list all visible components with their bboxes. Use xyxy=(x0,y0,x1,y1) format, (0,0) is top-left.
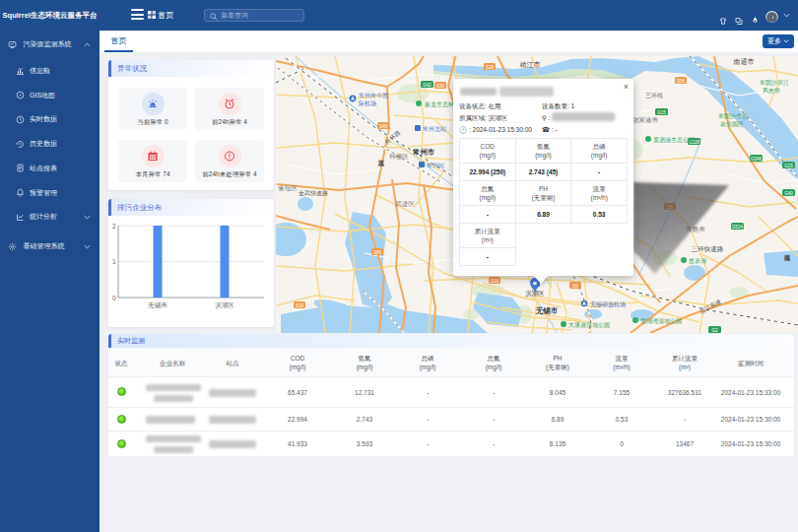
svg-text:黄泗浦生态公园: 黄泗浦生态公园 xyxy=(653,136,695,144)
svg-text:G15: G15 xyxy=(784,164,793,168)
svg-text:贡湖湾湿地公园: 贡湖湾湿地公园 xyxy=(640,317,682,325)
svg-text:钟楼区: 钟楼区 xyxy=(388,153,409,160)
svg-text:常阴沙滨江: 常阴沙滨江 xyxy=(760,79,789,87)
svg-text:1: 1 xyxy=(112,258,116,265)
svg-text:常阴沙生态: 常阴沙生态 xyxy=(718,112,748,120)
svg-text:S39: S39 xyxy=(436,84,445,89)
svg-text:风光带: 风光带 xyxy=(763,88,780,95)
svg-text:三环线: 三环线 xyxy=(645,93,663,99)
svg-text:滨湖区: 滨湖区 xyxy=(525,290,545,298)
svg-text:金武快速路: 金武快速路 xyxy=(298,190,328,197)
svg-text:S19: S19 xyxy=(296,303,304,308)
svg-text:S65: S65 xyxy=(373,250,382,255)
svg-text:0: 0 xyxy=(112,295,116,301)
svg-text:S58: S58 xyxy=(677,79,686,84)
svg-text:无锡硕放机场: 无锡硕放机场 xyxy=(590,300,626,308)
svg-text:无锡市: 无锡市 xyxy=(148,301,167,309)
svg-text:张家港市: 张家港市 xyxy=(632,116,659,124)
svg-text:S48: S48 xyxy=(379,124,388,129)
svg-text:G40: G40 xyxy=(784,191,793,196)
svg-text:靖江市: 靖江市 xyxy=(520,60,541,69)
svg-text:G524: G524 xyxy=(732,225,744,230)
svg-text:新龙生态林: 新龙生态林 xyxy=(425,100,455,107)
svg-text:南通市: 南通市 xyxy=(734,57,755,65)
svg-text:三环快速路: 三环快速路 xyxy=(692,245,724,253)
svg-text:常州北站: 常州北站 xyxy=(423,125,446,133)
svg-text:G2: G2 xyxy=(711,328,718,333)
svg-text:农业园区: 农业园区 xyxy=(720,120,744,128)
svg-text:G15: G15 xyxy=(657,110,666,115)
svg-text:2: 2 xyxy=(112,223,116,230)
svg-text:S29: S29 xyxy=(486,65,495,70)
svg-text:武进区: 武进区 xyxy=(394,200,415,208)
svg-text:昆承湖: 昆承湖 xyxy=(689,258,706,265)
svg-text:S9: S9 xyxy=(572,284,578,289)
svg-text:常州站: 常州站 xyxy=(427,163,444,169)
svg-text:大溪港湿地公园: 大溪港湿地公园 xyxy=(568,321,610,329)
svg-text:常州奔牛国: 常州奔牛国 xyxy=(359,93,388,100)
svg-text:G42: G42 xyxy=(423,83,432,88)
svg-text:常州市: 常州市 xyxy=(413,148,435,157)
svg-text:无锡市: 无锡市 xyxy=(535,306,559,315)
svg-text:G346: G346 xyxy=(751,157,763,162)
svg-text:金坛区: 金坛区 xyxy=(278,184,298,191)
svg-text:际机场: 际机场 xyxy=(359,100,376,107)
svg-text:S19: S19 xyxy=(491,279,499,284)
svg-text:滨湖区: 滨湖区 xyxy=(215,301,234,309)
